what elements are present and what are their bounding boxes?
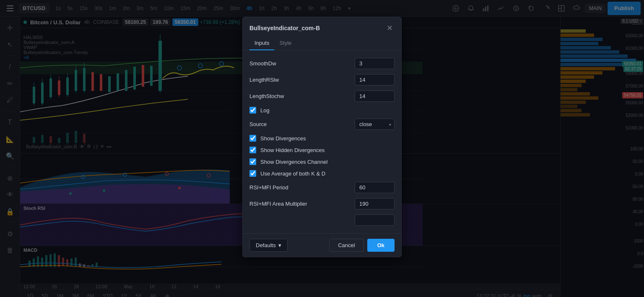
param-row-source: Source open high low close hl2 hlc3 ohlc… (249, 116, 395, 132)
footer-right-buttons: Cancel Ok (329, 239, 395, 252)
modal-body: SmoothDw LengthRSlw LengthStochw Log Sou… (243, 50, 401, 233)
use-average-kd-checkbox[interactable] (249, 170, 256, 177)
show-divergences-channel-label[interactable]: Show Divergences Channel (260, 159, 327, 165)
tab-inputs[interactable]: Inputs (249, 36, 274, 50)
param-row-lengthrslw: LengthRSlw (249, 72, 395, 88)
param-row-truncated (249, 212, 395, 228)
rsi-mfi-period-label: RSI+MFI Period (249, 184, 288, 191)
length-rslw-label: LengthRSlw (249, 77, 279, 83)
defaults-chevron-icon: ▾ (278, 242, 281, 248)
param-row-smoothdw: SmoothDw (249, 55, 395, 72)
modal-tabs: Inputs Style (243, 36, 401, 50)
show-divergences-checkbox[interactable] (249, 135, 256, 142)
show-hidden-divergences-label[interactable]: Show Hidden Divergences (260, 147, 325, 153)
show-divergences-label[interactable]: Show Divergences (260, 135, 306, 142)
show-divergences-channel-checkbox[interactable] (249, 158, 256, 165)
checkbox-row-use-average-kd: Use Average of both K & D (249, 168, 395, 179)
param-row-lengthstochw: LengthStochw (249, 88, 395, 104)
modal-footer: Defaults ▾ Cancel Ok (243, 233, 401, 257)
checkbox-row-show-divergences: Show Divergences (249, 132, 395, 144)
defaults-button[interactable]: Defaults ▾ (249, 239, 288, 252)
source-select[interactable]: open high low close hl2 hlc3 ohlc4 (355, 119, 395, 130)
rsi-mfi-area-mult-label: RSI+MFI Area Multiplier (249, 201, 307, 207)
smooth-dw-input[interactable] (355, 58, 395, 69)
rsi-mfi-area-mult-input[interactable] (355, 198, 395, 209)
cancel-button[interactable]: Cancel (329, 239, 364, 252)
param-row-rsi-mfi-period: RSI+MFI Period (249, 179, 395, 196)
source-label: Source (249, 121, 267, 127)
modal-header: BullseyeIndicator_com-B ✕ (243, 17, 401, 33)
checkbox-row-log: Log (249, 104, 395, 116)
ok-button[interactable]: Ok (367, 239, 395, 252)
tab-style[interactable]: Style (274, 36, 296, 50)
checkbox-row-show-divergences-channel: Show Divergences Channel (249, 156, 395, 168)
modal-title: BullseyeIndicator_com-B (249, 25, 320, 31)
checkbox-row-show-hidden-divergences: Show Hidden Divergences (249, 144, 395, 156)
modal-overlay[interactable]: BullseyeIndicator_com-B ✕ Inputs Style S… (0, 0, 644, 297)
length-stochw-label: LengthStochw (249, 93, 284, 99)
source-select-wrapper: open high low close hl2 hlc3 ohlc4 ▾ (355, 119, 395, 130)
length-stochw-input[interactable] (355, 90, 395, 102)
modal-close-button[interactable]: ✕ (384, 23, 395, 33)
param-row-rsi-mfi-area-mult: RSI+MFI Area Multiplier (249, 196, 395, 212)
use-average-kd-label[interactable]: Use Average of both K & D (260, 170, 325, 177)
length-rslw-input[interactable] (355, 74, 395, 85)
indicator-settings-modal: BullseyeIndicator_com-B ✕ Inputs Style S… (242, 17, 402, 257)
log-checkbox-label[interactable]: Log (260, 107, 270, 114)
defaults-label: Defaults (256, 242, 276, 248)
rsi-mfi-period-input[interactable] (355, 182, 395, 193)
log-checkbox[interactable] (249, 107, 256, 114)
show-hidden-divergences-checkbox[interactable] (249, 147, 256, 153)
truncated-input[interactable] (355, 214, 395, 226)
smooth-dw-label: SmoothDw (249, 60, 276, 67)
